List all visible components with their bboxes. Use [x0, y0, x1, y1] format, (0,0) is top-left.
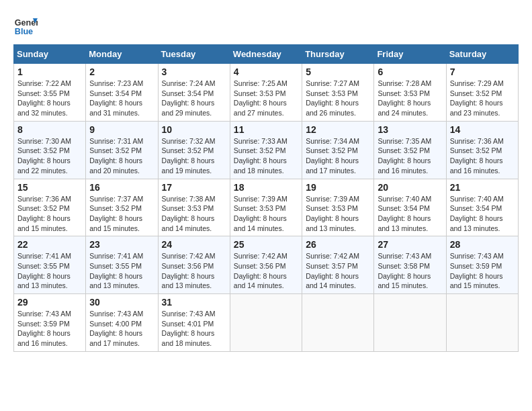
day-number: 6 [378, 66, 442, 77]
calendar-day-cell: 26 Sunrise: 7:42 AM Sunset: 3:57 PM Dayl… [302, 236, 374, 294]
calendar-week-row: 8 Sunrise: 7:30 AM Sunset: 3:52 PM Dayli… [14, 121, 519, 179]
weekday-header-thursday: Thursday [302, 45, 374, 64]
calendar-day-cell: 4 Sunrise: 7:25 AM Sunset: 3:53 PM Dayli… [230, 64, 302, 122]
day-number: 2 [89, 66, 154, 77]
calendar-day-cell: 3 Sunrise: 7:24 AM Sunset: 3:54 PM Dayli… [158, 64, 230, 122]
day-info: Sunrise: 7:23 AM Sunset: 3:54 PM Dayligh… [89, 79, 154, 118]
calendar-day-cell: 20 Sunrise: 7:40 AM Sunset: 3:54 PM Dayl… [374, 179, 446, 236]
day-info: Sunrise: 7:31 AM Sunset: 3:52 PM Dayligh… [89, 136, 154, 176]
weekday-header-friday: Friday [374, 45, 446, 64]
calendar-day-cell: 2 Sunrise: 7:23 AM Sunset: 3:54 PM Dayli… [86, 64, 158, 122]
day-info: Sunrise: 7:24 AM Sunset: 3:54 PM Dayligh… [162, 79, 226, 118]
calendar-day-cell: 11 Sunrise: 7:33 AM Sunset: 3:52 PM Dayl… [230, 121, 302, 179]
day-number: 13 [378, 124, 442, 135]
calendar-day-cell: 27 Sunrise: 7:43 AM Sunset: 3:58 PM Dayl… [374, 236, 446, 294]
calendar-day-cell: 10 Sunrise: 7:32 AM Sunset: 3:52 PM Dayl… [158, 121, 230, 179]
day-number: 24 [162, 239, 226, 250]
day-info: Sunrise: 7:40 AM Sunset: 3:54 PM Dayligh… [450, 194, 515, 234]
calendar-day-cell: 8 Sunrise: 7:30 AM Sunset: 3:52 PM Dayli… [14, 121, 86, 179]
calendar-day-cell: 30 Sunrise: 7:43 AM Sunset: 4:00 PM Dayl… [86, 294, 158, 352]
day-number: 29 [17, 297, 82, 308]
day-info: Sunrise: 7:32 AM Sunset: 3:52 PM Dayligh… [162, 136, 226, 176]
calendar-day-cell: 1 Sunrise: 7:22 AM Sunset: 3:55 PM Dayli… [14, 64, 86, 122]
calendar-day-cell: 5 Sunrise: 7:27 AM Sunset: 3:53 PM Dayli… [302, 64, 374, 122]
day-info: Sunrise: 7:39 AM Sunset: 3:53 PM Dayligh… [234, 194, 298, 234]
calendar-day-cell: 16 Sunrise: 7:37 AM Sunset: 3:52 PM Dayl… [86, 179, 158, 236]
calendar-day-cell: 18 Sunrise: 7:39 AM Sunset: 3:53 PM Dayl… [230, 179, 302, 236]
day-number: 20 [378, 182, 442, 193]
day-info: Sunrise: 7:29 AM Sunset: 3:52 PM Dayligh… [450, 79, 515, 118]
day-info: Sunrise: 7:27 AM Sunset: 3:53 PM Dayligh… [306, 79, 370, 118]
day-info: Sunrise: 7:38 AM Sunset: 3:53 PM Dayligh… [162, 194, 226, 234]
calendar-day-cell: 6 Sunrise: 7:28 AM Sunset: 3:53 PM Dayli… [374, 64, 446, 122]
day-info: Sunrise: 7:39 AM Sunset: 3:53 PM Dayligh… [306, 194, 370, 234]
day-info: Sunrise: 7:37 AM Sunset: 3:52 PM Dayligh… [89, 194, 154, 234]
day-number: 27 [378, 239, 442, 250]
day-number: 30 [89, 297, 154, 308]
day-number: 28 [450, 239, 515, 250]
calendar-day-cell: 22 Sunrise: 7:41 AM Sunset: 3:55 PM Dayl… [14, 236, 86, 294]
calendar-day-cell: 12 Sunrise: 7:34 AM Sunset: 3:52 PM Dayl… [302, 121, 374, 179]
day-number: 19 [306, 182, 370, 193]
calendar-day-cell: 9 Sunrise: 7:31 AM Sunset: 3:52 PM Dayli… [86, 121, 158, 179]
page-header: General Blue [13, 13, 519, 38]
day-info: Sunrise: 7:40 AM Sunset: 3:54 PM Dayligh… [378, 194, 442, 234]
day-info: Sunrise: 7:41 AM Sunset: 3:55 PM Dayligh… [17, 251, 82, 291]
weekday-header-wednesday: Wednesday [230, 45, 302, 64]
weekday-header-monday: Monday [86, 45, 158, 64]
calendar-day-cell: 13 Sunrise: 7:35 AM Sunset: 3:52 PM Dayl… [374, 121, 446, 179]
day-info: Sunrise: 7:43 AM Sunset: 4:00 PM Dayligh… [89, 309, 154, 349]
day-number: 3 [162, 66, 226, 77]
calendar-day-cell: 23 Sunrise: 7:41 AM Sunset: 3:55 PM Dayl… [86, 236, 158, 294]
day-info: Sunrise: 7:43 AM Sunset: 3:59 PM Dayligh… [450, 251, 515, 291]
day-number: 4 [234, 66, 298, 77]
calendar-day-cell: 7 Sunrise: 7:29 AM Sunset: 3:52 PM Dayli… [446, 64, 518, 122]
day-info: Sunrise: 7:25 AM Sunset: 3:53 PM Dayligh… [234, 79, 298, 118]
day-number: 11 [234, 124, 298, 135]
day-number: 17 [162, 182, 226, 193]
logo: General Blue [13, 13, 38, 38]
calendar-day-cell: 15 Sunrise: 7:36 AM Sunset: 3:52 PM Dayl… [14, 179, 86, 236]
day-number: 8 [17, 124, 82, 135]
calendar-day-cell [374, 294, 446, 352]
logo-icon: General Blue [13, 13, 38, 38]
day-number: 12 [306, 124, 370, 135]
day-number: 15 [17, 182, 82, 193]
day-number: 14 [450, 124, 515, 135]
day-number: 23 [89, 239, 154, 250]
day-info: Sunrise: 7:42 AM Sunset: 3:56 PM Dayligh… [234, 251, 298, 291]
weekday-header-saturday: Saturday [446, 45, 518, 64]
day-number: 5 [306, 66, 370, 77]
day-info: Sunrise: 7:43 AM Sunset: 3:58 PM Dayligh… [378, 251, 442, 291]
day-number: 7 [450, 66, 515, 77]
calendar-day-cell: 19 Sunrise: 7:39 AM Sunset: 3:53 PM Dayl… [302, 179, 374, 236]
day-info: Sunrise: 7:43 AM Sunset: 3:59 PM Dayligh… [17, 309, 82, 349]
day-info: Sunrise: 7:36 AM Sunset: 3:52 PM Dayligh… [450, 136, 515, 176]
day-info: Sunrise: 7:35 AM Sunset: 3:52 PM Dayligh… [378, 136, 442, 176]
calendar-day-cell: 24 Sunrise: 7:42 AM Sunset: 3:56 PM Dayl… [158, 236, 230, 294]
day-info: Sunrise: 7:36 AM Sunset: 3:52 PM Dayligh… [17, 194, 82, 234]
calendar-day-cell: 28 Sunrise: 7:43 AM Sunset: 3:59 PM Dayl… [446, 236, 518, 294]
day-number: 10 [162, 124, 226, 135]
calendar-day-cell [446, 294, 518, 352]
calendar-day-cell: 31 Sunrise: 7:43 AM Sunset: 4:01 PM Dayl… [158, 294, 230, 352]
day-info: Sunrise: 7:33 AM Sunset: 3:52 PM Dayligh… [234, 136, 298, 176]
calendar-week-row: 22 Sunrise: 7:41 AM Sunset: 3:55 PM Dayl… [14, 236, 519, 294]
day-info: Sunrise: 7:30 AM Sunset: 3:52 PM Dayligh… [17, 136, 82, 176]
calendar-week-row: 29 Sunrise: 7:43 AM Sunset: 3:59 PM Dayl… [14, 294, 519, 352]
day-number: 22 [17, 239, 82, 250]
weekday-header-row: SundayMondayTuesdayWednesdayThursdayFrid… [14, 45, 519, 64]
day-info: Sunrise: 7:42 AM Sunset: 3:56 PM Dayligh… [162, 251, 226, 291]
day-number: 25 [234, 239, 298, 250]
day-number: 18 [234, 182, 298, 193]
day-number: 26 [306, 239, 370, 250]
calendar-day-cell: 29 Sunrise: 7:43 AM Sunset: 3:59 PM Dayl… [14, 294, 86, 352]
day-info: Sunrise: 7:43 AM Sunset: 4:01 PM Dayligh… [162, 309, 226, 349]
calendar-day-cell: 21 Sunrise: 7:40 AM Sunset: 3:54 PM Dayl… [446, 179, 518, 236]
day-info: Sunrise: 7:42 AM Sunset: 3:57 PM Dayligh… [306, 251, 370, 291]
calendar-day-cell: 17 Sunrise: 7:38 AM Sunset: 3:53 PM Dayl… [158, 179, 230, 236]
day-number: 9 [89, 124, 154, 135]
calendar-week-row: 15 Sunrise: 7:36 AM Sunset: 3:52 PM Dayl… [14, 179, 519, 236]
calendar-table: SundayMondayTuesdayWednesdayThursdayFrid… [13, 44, 519, 352]
calendar-day-cell: 25 Sunrise: 7:42 AM Sunset: 3:56 PM Dayl… [230, 236, 302, 294]
